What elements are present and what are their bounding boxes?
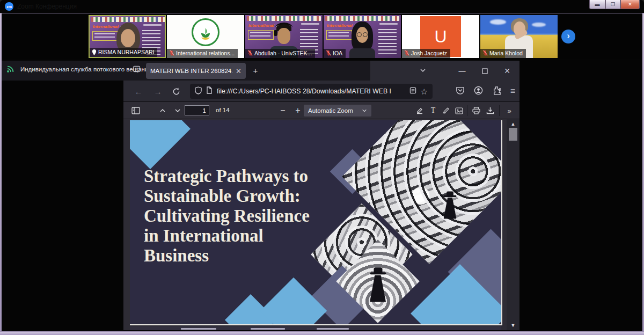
background-tab-title[interactable]: Индивидуальная служба потокового вещания [20,66,152,72]
new-tab-button[interactable]: + [249,64,262,77]
webinar-title: International [248,23,274,28]
url-text: file:///C:/Users/PC-HAIBOSS 28/Downloads… [217,88,405,95]
shoulders [349,48,375,58]
page-number-input[interactable] [185,105,209,115]
webinar-speaker-list [378,29,397,54]
participant-name-tag: Maria Kholod [480,49,526,58]
minimize-button[interactable]: ▬ [589,0,605,9]
draw-tool-icon[interactable] [440,105,452,116]
participant-tile[interactable]: U Josh Jacquetz [402,15,479,58]
extensions-puzzle-icon[interactable] [492,86,501,97]
streaming-icon [6,65,14,76]
webinar-logo-banner [325,16,399,21]
participant-tile[interactable]: InternationalWeb... RISMA NURHAPSARI [89,15,166,58]
window-border [0,13,2,335]
slide-accent-diamond [260,278,327,325]
sidebar-toggle-icon[interactable] [130,105,142,116]
browser-minimize-button[interactable]: — [455,64,469,78]
webinar-date-line [143,24,162,26]
window-title: Zoom Конференция [17,3,77,10]
highlight-tool-icon[interactable] [414,105,426,116]
scroll-up-icon[interactable]: ▲ [507,120,519,128]
webinar-title: International [93,24,119,29]
browser-maximize-button[interactable] [478,64,492,78]
next-page-icon[interactable] [172,105,184,116]
page-info-icon[interactable] [206,86,213,96]
previous-page-icon[interactable] [157,105,169,116]
chevron-down-icon [362,108,367,113]
text-tool-icon[interactable]: T [427,105,439,116]
zoom-out-icon[interactable]: − [277,105,289,116]
pinned-icon [92,49,97,55]
reader-view-icon[interactable] [409,86,416,96]
zoom-conference-window: zm Zoom Конференция ▬ ❐ ✕ InternationalW… [0,0,644,335]
headphone-earcup [274,30,277,36]
shield-icon[interactable] [195,86,202,97]
webinar-date-line [301,23,319,25]
next-page-preview [130,326,501,330]
participant-tile[interactable]: International relations... [167,15,244,58]
account-icon[interactable] [474,86,483,97]
muted-mic-icon [169,50,174,56]
webinar-date-line [379,23,398,25]
window-border [0,331,644,335]
menu-hamburger-icon[interactable]: ≡ [510,86,515,96]
pdf-page-slide: Strategic Pathways to Sustainable Growth… [130,120,502,325]
face [121,29,135,47]
next-participants-button[interactable]: › [561,30,575,43]
cloud [490,19,506,25]
webinar-logo-banner [247,16,321,21]
webinar-text-box [92,31,118,41]
webinar-title: International [327,23,353,28]
participant-name: Maria Kholod [489,50,523,56]
muted-mic-icon [482,50,488,56]
participant-name-tag: IOA [324,49,346,58]
participant-name: IOA [333,50,342,56]
zoom-app-icon: zm [5,2,13,11]
webinar-text-box [326,30,352,40]
face [277,28,290,44]
browser-close-button[interactable]: ✕ [500,64,514,78]
pocket-icon[interactable] [456,86,465,97]
more-tools-icon[interactable]: » [503,105,515,116]
participant-name-tag: RISMA NURHAPSARI [90,48,157,57]
list-all-tabs-chevron-icon[interactable] [416,64,429,77]
scroll-down-icon[interactable]: ▼ [507,322,519,329]
participants-strip: InternationalWeb... RISMA NURHAPSARI [0,13,644,59]
participant-tile[interactable]: InternationalWeb... IOA [324,15,401,58]
pdf-toolbar: of 14 − + Automatic Zoom T » [123,102,519,119]
avatar-letter: U [434,27,447,47]
tab-close-icon[interactable]: ✕ [236,67,241,75]
forward-button[interactable]: → [151,85,164,98]
close-button[interactable]: ✕ [620,0,640,9]
university-logo [192,18,219,46]
bookmark-star-icon[interactable]: ☆ [421,88,428,96]
glasses [363,32,368,37]
back-button[interactable]: ← [132,85,145,98]
download-icon[interactable] [484,105,496,116]
glasses [357,32,362,37]
cloud [532,23,546,27]
participant-tile[interactable]: Maria Kholod [480,15,558,58]
scrollbar-thumb[interactable] [509,128,517,141]
maximize-button[interactable]: ❐ [605,0,620,9]
participant-name: RISMA NURHAPSARI [98,49,154,55]
zoom-in-icon[interactable]: + [292,105,304,116]
url-bar[interactable]: file:///C:/Users/PC-HAIBOSS 28/Downloads… [190,84,433,99]
slide-title: Strategic Pathways to Sustainable Growth… [144,166,332,266]
participant-tile[interactable]: InternationalWeb... Abdullah - UnivSTEK.… [245,15,323,58]
tab-manager-icon[interactable] [133,65,141,75]
print-icon[interactable] [470,105,482,116]
navigation-toolbar: ← → file:///C:/Users/PC-HAIBOSS 28/Downl… [123,81,519,102]
reload-button[interactable] [170,85,182,98]
firefox-titlebar-right [370,61,519,81]
tab-active[interactable]: MATERI WEB INTER 260824.pdf ✕ [146,63,246,79]
participant-name: Josh Jacquetz [411,50,447,56]
participant-name: Abdullah - UnivSTEK... [254,50,312,56]
toolbar-separator [499,105,500,116]
scrollbar[interactable]: ▲ ▼ [507,119,519,330]
participant-name-tag: International relations... [167,49,238,58]
zoom-level-select[interactable]: Automatic Zoom [304,105,371,116]
image-tool-icon[interactable] [453,105,465,116]
muted-mic-icon [326,50,331,56]
